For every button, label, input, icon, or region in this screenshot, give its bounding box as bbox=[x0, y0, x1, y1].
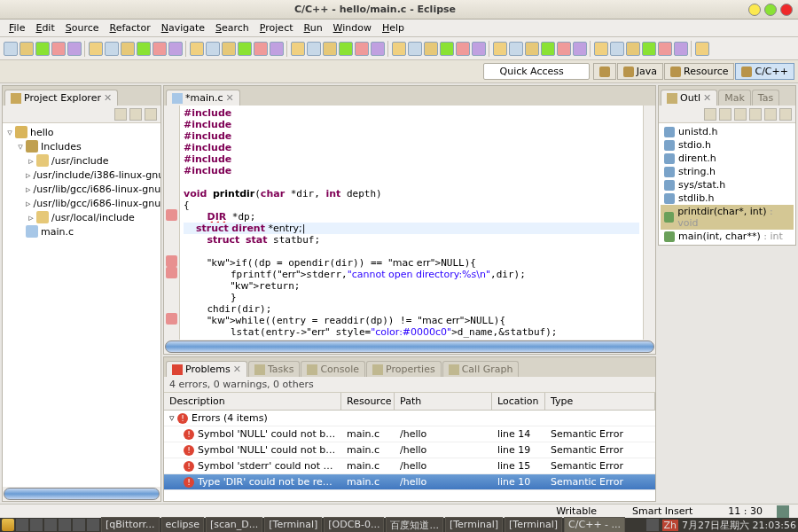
tray-icon[interactable] bbox=[646, 519, 659, 531]
menu-help[interactable]: Help bbox=[377, 20, 410, 35]
code-editor[interactable]: #include #include #include #include #inc… bbox=[164, 106, 655, 340]
maximize-icon[interactable] bbox=[764, 4, 777, 16]
taskbar-window-button[interactable]: 百度知道... bbox=[386, 517, 443, 533]
taskbar-window-button[interactable]: [qBittorr... bbox=[101, 517, 160, 533]
project-tree[interactable]: ▿hello▿Includes▹/usr/include▹/usr/includ… bbox=[3, 123, 160, 487]
tree-twisty-icon[interactable]: ▹ bbox=[26, 169, 31, 181]
tab-properties[interactable]: Properties bbox=[366, 361, 442, 377]
outline-item[interactable]: sys/stat.h bbox=[661, 178, 794, 192]
quick-access-input[interactable]: Quick Access bbox=[483, 63, 590, 80]
open-perspective-button[interactable] bbox=[593, 63, 616, 80]
close-tab-icon[interactable]: ✕ bbox=[104, 92, 112, 104]
problem-row[interactable]: !Symbol 'NULL' could not be resolvedmain… bbox=[164, 426, 655, 442]
menu-project[interactable]: Project bbox=[254, 20, 299, 35]
toolbar-button[interactable] bbox=[20, 42, 34, 56]
tree-twisty-icon[interactable]: ▿ bbox=[15, 141, 26, 153]
column-header[interactable]: Description bbox=[164, 393, 341, 410]
launcher-icon[interactable] bbox=[87, 519, 99, 531]
toolbar-button[interactable] bbox=[206, 42, 220, 56]
toolbar-button[interactable] bbox=[355, 42, 369, 56]
taskbar-window-button[interactable]: [Terminal] bbox=[445, 517, 503, 533]
toolbar-button[interactable] bbox=[525, 42, 539, 56]
toolbar-button[interactable] bbox=[89, 42, 103, 56]
launcher-icon[interactable] bbox=[44, 519, 57, 531]
tree-item[interactable]: main.c bbox=[3, 224, 160, 239]
menu-run[interactable]: Run bbox=[299, 20, 328, 35]
toolbar-button[interactable] bbox=[371, 42, 385, 56]
outline-item[interactable]: stdlib.h bbox=[661, 192, 794, 205]
error-marker-icon[interactable] bbox=[166, 313, 177, 325]
toolbar-button[interactable] bbox=[137, 42, 151, 56]
toolbar-button[interactable] bbox=[541, 42, 555, 56]
tab-main-c[interactable]: *main.c ✕ bbox=[166, 90, 240, 106]
toolbar-button[interactable] bbox=[153, 42, 167, 56]
toolbar-button[interactable] bbox=[642, 42, 656, 56]
problem-row[interactable]: !Symbol 'stderr' could not be resolvedma… bbox=[164, 458, 655, 474]
toolbar-button[interactable] bbox=[626, 42, 640, 56]
toolbar-button[interactable] bbox=[658, 42, 672, 56]
menu-search[interactable]: Search bbox=[210, 20, 254, 35]
close-tab-icon[interactable]: ✕ bbox=[226, 92, 234, 104]
horizontal-scrollbar[interactable] bbox=[4, 488, 160, 500]
tree-twisty-icon[interactable]: ▿ bbox=[4, 127, 15, 138]
view-menu-icon[interactable] bbox=[779, 108, 792, 121]
tree-twisty-icon[interactable]: ▹ bbox=[26, 198, 31, 209]
problem-row[interactable]: !Type 'DIR' could not be resolvedmain.c/… bbox=[164, 474, 655, 490]
toolbar-button[interactable] bbox=[254, 42, 268, 56]
toolbar-button[interactable] bbox=[472, 42, 486, 56]
toolbar-button[interactable] bbox=[307, 42, 321, 56]
taskbar-window-button[interactable]: [Terminal] bbox=[505, 517, 562, 533]
tab-problems[interactable]: Problems✕ bbox=[166, 361, 247, 377]
link-editor-icon[interactable] bbox=[114, 108, 127, 121]
minimize-icon[interactable] bbox=[748, 4, 761, 16]
menu-file[interactable]: File bbox=[4, 20, 30, 35]
toolbar-button[interactable] bbox=[238, 42, 252, 56]
toolbar-button[interactable] bbox=[121, 42, 135, 56]
tray-clock[interactable]: 7月27日星期六 21:03:56 bbox=[682, 519, 796, 532]
hide-fields-icon[interactable] bbox=[734, 108, 747, 121]
toolbar-button[interactable] bbox=[51, 42, 66, 56]
tree-item[interactable]: ▹/usr/local/include bbox=[3, 210, 160, 224]
menu-source[interactable]: Source bbox=[60, 20, 105, 35]
tab-call-graph[interactable]: Call Graph bbox=[442, 361, 520, 377]
toolbar-button[interactable] bbox=[222, 42, 236, 56]
tab-make[interactable]: Mak bbox=[718, 90, 751, 106]
editor-horizontal-scrollbar[interactable] bbox=[165, 340, 654, 353]
close-tab-icon[interactable]: ✕ bbox=[233, 364, 241, 375]
tree-item[interactable]: ▹/usr/include/i386-linux-gnu bbox=[3, 168, 160, 182]
launcher-icon[interactable] bbox=[30, 519, 43, 531]
sort-icon[interactable] bbox=[704, 108, 716, 121]
close-icon[interactable] bbox=[780, 4, 793, 16]
taskbar-window-button[interactable]: [ODCB-0... bbox=[324, 517, 384, 533]
toolbar-button[interactable] bbox=[35, 42, 50, 56]
toolbar-button[interactable] bbox=[408, 42, 422, 56]
toolbar-button[interactable] bbox=[392, 42, 406, 56]
toolbar-button[interactable] bbox=[291, 42, 305, 56]
toolbar-button[interactable] bbox=[339, 42, 353, 56]
toolbar-button[interactable] bbox=[424, 42, 438, 56]
filter-icon[interactable] bbox=[719, 108, 732, 121]
column-header[interactable]: Location bbox=[492, 393, 545, 410]
outline-tree[interactable]: unistd.hstdio.hdirent.hstring.hsys/stat.… bbox=[659, 123, 795, 245]
show-desktop-icon[interactable] bbox=[16, 519, 28, 531]
tree-item[interactable]: ▹/usr/include bbox=[3, 153, 160, 168]
toolbar-button[interactable] bbox=[456, 42, 470, 56]
toolbar-button[interactable] bbox=[323, 42, 337, 56]
marker-ruler[interactable] bbox=[164, 106, 180, 340]
menu-window[interactable]: Window bbox=[328, 20, 377, 35]
problems-table[interactable]: DescriptionResourcePathLocationType ▿ !E… bbox=[164, 393, 655, 501]
taskbar-window-button[interactable]: C/C++ - ... bbox=[564, 517, 625, 533]
taskbar-window-button[interactable]: [scan_D... bbox=[206, 517, 262, 533]
hide-nonpublic-icon[interactable] bbox=[764, 108, 777, 121]
toolbar-button[interactable] bbox=[67, 42, 82, 56]
view-menu-icon[interactable] bbox=[145, 108, 157, 121]
tree-twisty-icon[interactable]: ▹ bbox=[26, 155, 36, 167]
launcher-icon[interactable] bbox=[59, 519, 71, 531]
tree-item[interactable]: ▹/usr/lib/gcc/i686-linux-gnu/4.7/ bbox=[3, 196, 160, 210]
toolbar-button[interactable] bbox=[190, 42, 204, 56]
tree-item[interactable]: ▹/usr/lib/gcc/i686-linux-gnu/4.7/ bbox=[3, 182, 160, 196]
menu-edit[interactable]: Edit bbox=[30, 20, 59, 35]
toolbar-button[interactable] bbox=[440, 42, 454, 56]
outline-item[interactable]: printdir(char*, int) : void bbox=[661, 205, 794, 230]
toolbar-button[interactable] bbox=[270, 42, 284, 56]
